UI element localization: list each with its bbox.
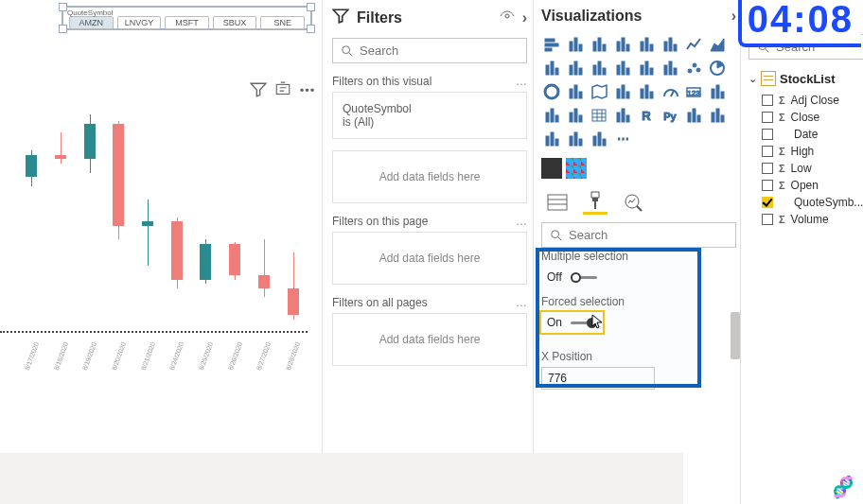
candlestick-chart[interactable]: 8/17/20208/18/20208/19/20208/20/20208/21… (0, 106, 308, 371)
viz-type-kpi[interactable] (541, 105, 561, 125)
viz-type-100-stacked-column[interactable] (660, 34, 679, 54)
filter-visual-dropzone[interactable]: Add data fields here (332, 150, 527, 203)
viz-type-slicer[interactable] (565, 105, 585, 125)
candle[interactable] (284, 106, 303, 333)
section-more-icon[interactable]: … (516, 296, 527, 309)
viz-type-gauge[interactable] (660, 81, 679, 101)
field-adj-close[interactable]: ΣAdj Close (749, 92, 863, 109)
viz-type-powerapps[interactable] (589, 129, 608, 148)
viz-type-area[interactable] (707, 34, 727, 54)
candle[interactable] (80, 106, 99, 333)
slicer-option-msft[interactable]: MSFT (165, 16, 209, 29)
viz-type-stacked-area[interactable] (541, 58, 561, 78)
viz-type-table[interactable] (589, 105, 608, 125)
slicer-visual[interactable]: QuoteSymbol AMZNLNVGYMSFTSBUXSNE (62, 6, 312, 30)
checkbox[interactable] (762, 112, 773, 123)
field-low[interactable]: ΣLow (749, 160, 863, 177)
viz-type-line-clustered[interactable] (565, 58, 585, 78)
table-stocklist[interactable]: ⌄ StockList (749, 71, 863, 86)
candle[interactable] (225, 106, 244, 333)
field-date[interactable]: Date (749, 126, 863, 143)
collapse-viz-icon[interactable]: › (731, 8, 736, 25)
filter-card-quotesymbol[interactable]: QuoteSymbol is (All) (332, 92, 527, 139)
theme-dark-icon[interactable] (541, 158, 562, 179)
viz-type-paginated[interactable] (565, 129, 585, 148)
candle[interactable] (196, 106, 215, 333)
viz-type-waterfall[interactable] (636, 58, 656, 78)
theme-grid-icon[interactable] (566, 158, 587, 179)
viz-type-funnel[interactable] (660, 58, 679, 78)
svg-rect-0 (276, 84, 290, 94)
fields-tab-icon[interactable] (545, 190, 570, 215)
viz-type-py-visual[interactable]: Py (660, 105, 679, 125)
slicer-option-amzn[interactable]: AMZN (69, 16, 114, 29)
viz-type-qa[interactable] (541, 129, 561, 148)
field-high[interactable]: ΣHigh (749, 143, 863, 160)
field-open[interactable]: ΣOpen (749, 177, 863, 194)
format-search[interactable] (541, 222, 736, 248)
x-tick-label: 8/17/2020 (24, 341, 40, 372)
slicer-option-lnvgy[interactable]: LNVGY (117, 16, 162, 29)
viz-type-decomp-tree[interactable] (707, 105, 727, 125)
checkbox[interactable] (762, 129, 773, 140)
filter-all-dropzone[interactable]: Add data fields here (332, 313, 527, 366)
hide-filters-icon[interactable] (500, 9, 515, 27)
filter-page-dropzone[interactable]: Add data fields here (332, 232, 527, 285)
checkbox[interactable] (762, 146, 773, 157)
field-quotesymb-[interactable]: QuoteSymb... (749, 194, 863, 211)
viz-type-multi-card[interactable] (707, 81, 727, 101)
viz-type-line-stacked[interactable] (589, 58, 608, 78)
viz-type-map[interactable] (589, 81, 608, 101)
candle[interactable] (109, 106, 128, 333)
report-canvas[interactable]: QuoteSymbol AMZNLNVGYMSFTSBUXSNE ••• 8/1… (0, 0, 322, 504)
viz-type-clustered-bar[interactable] (589, 34, 608, 54)
page-tab-strip[interactable] (0, 453, 683, 504)
viz-type-scatter[interactable] (683, 58, 703, 78)
more-options-icon[interactable]: ••• (299, 81, 316, 98)
candle[interactable] (22, 106, 41, 333)
viz-type-pie[interactable] (707, 58, 727, 78)
section-more-icon[interactable]: … (516, 215, 527, 228)
format-search-input[interactable] (569, 228, 728, 242)
checkbox[interactable] (762, 180, 773, 191)
viz-type-line[interactable] (683, 34, 703, 54)
viz-type-donut[interactable] (541, 81, 561, 101)
format-tab-icon[interactable] (583, 190, 608, 215)
scrollbar-thumb[interactable] (731, 312, 740, 359)
viz-type-key-influencers[interactable] (683, 105, 703, 125)
section-more-icon[interactable]: … (516, 75, 527, 88)
candle[interactable] (255, 106, 273, 333)
viz-type-treemap[interactable] (565, 81, 585, 101)
viz-type-ribbon[interactable] (612, 58, 632, 78)
focus-mode-icon[interactable] (274, 81, 291, 98)
analytics-tab-icon[interactable] (621, 190, 645, 215)
checkbox[interactable] (762, 214, 773, 225)
viz-type-matrix[interactable] (612, 105, 632, 125)
checkbox[interactable] (762, 197, 773, 208)
viz-type-shape-map[interactable] (636, 81, 656, 101)
viz-type-filled-map[interactable] (612, 81, 632, 101)
visual-filter-icon[interactable] (250, 81, 267, 98)
viz-type-clustered-column[interactable] (612, 34, 632, 54)
field-volume[interactable]: ΣVolume (749, 211, 863, 228)
viz-type-100-stacked-bar[interactable] (636, 34, 656, 54)
checkbox[interactable] (762, 163, 773, 174)
viz-type-stacked-bar[interactable] (541, 34, 561, 54)
slicer-option-sne[interactable]: SNE (260, 16, 305, 29)
field-close[interactable]: ΣClose (749, 109, 863, 126)
candle[interactable] (167, 106, 186, 333)
svg-rect-11 (598, 38, 601, 51)
svg-rect-4 (545, 39, 555, 42)
checkbox[interactable] (762, 95, 773, 106)
filters-search[interactable] (332, 38, 527, 63)
viz-type-card[interactable]: 123 (683, 81, 703, 101)
candle[interactable] (138, 106, 157, 333)
viz-type-r-visual[interactable]: R (636, 105, 656, 125)
viz-type-stacked-column[interactable] (565, 34, 585, 54)
candle[interactable] (51, 106, 70, 333)
slicer-option-sbux[interactable]: SBUX (213, 16, 257, 29)
viz-type-more[interactable]: ⋯ (612, 129, 632, 148)
collapse-filters-icon[interactable]: › (522, 9, 527, 26)
svg-rect-89 (598, 132, 601, 146)
filters-search-input[interactable] (360, 43, 519, 58)
